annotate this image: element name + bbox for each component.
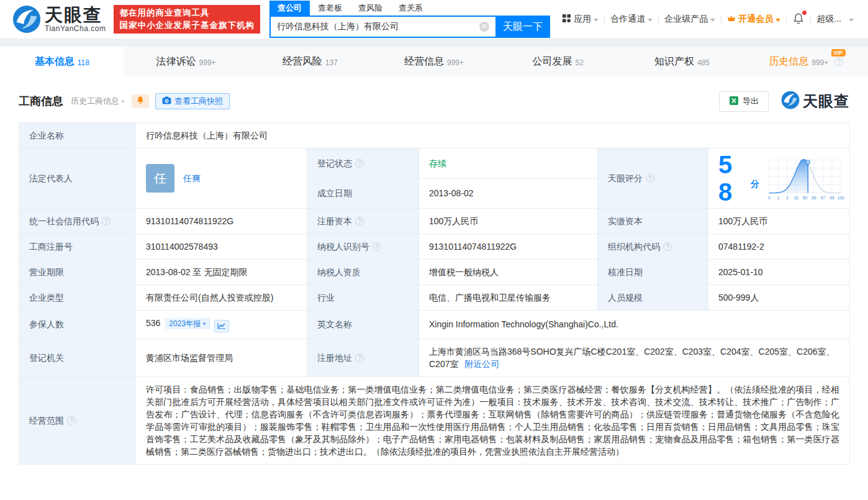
tab-company-development[interactable]: 公司发展 52 <box>496 47 620 76</box>
field-value-english-name: Xingin Information Technology(Shanghai)C… <box>419 311 850 339</box>
field-value-credit-code: 91310114074811922G <box>136 209 307 234</box>
field-label-taxpayer-no: 纳税人识别号 <box>307 234 419 260</box>
field-label-reg-status: 登记状态 <box>307 148 419 179</box>
label-text: 人员规模 <box>608 293 643 302</box>
nav-cooperation[interactable]: 合作通道 <box>605 14 658 25</box>
search-tab-company[interactable]: 查公司 <box>269 1 310 16</box>
tab-history-info[interactable]: VIP 历史信息 999+ <box>744 47 868 76</box>
field-label-taxpayer-qualification: 纳税人资质 <box>307 260 419 285</box>
field-label-company-type: 企业类型 <box>19 285 136 311</box>
tab-label: 知识产权 <box>654 55 694 68</box>
annual-report-badge[interactable]: 2023年报 <box>165 318 210 329</box>
field-label-business-scope: 经营范围 <box>19 376 136 464</box>
nav-open-vip[interactable]: 开通会员 <box>721 14 786 25</box>
tab-count: 52 <box>576 58 584 67</box>
history-business-info-link[interactable]: 历史工商信息 <box>71 96 124 107</box>
field-value-taxpayer-no: 91310114074811922G <box>419 234 598 260</box>
score-value: 58 <box>718 151 744 206</box>
help-icon[interactable] <box>646 174 654 183</box>
tab-label: 历史信息 <box>769 55 808 68</box>
insured-count: 536 <box>146 318 160 328</box>
search-tab-risk[interactable]: 查风险 <box>350 1 391 16</box>
table-row: 统一社会信用代码 91310114074811922G 注册资本 100万人民币… <box>19 209 850 234</box>
notification-bell[interactable] <box>787 12 810 27</box>
label-text: 统一社会信用代码 <box>29 216 99 226</box>
crown-icon <box>727 14 736 24</box>
help-icon[interactable] <box>355 159 364 168</box>
field-label-reg-address: 注册地址 <box>307 339 419 376</box>
label-text: 行业 <box>317 293 335 302</box>
help-icon[interactable] <box>102 217 111 225</box>
clear-search-icon[interactable] <box>479 22 489 32</box>
search-tab-boss[interactable]: 查老板 <box>310 1 350 16</box>
label-text: 注册资本 <box>317 216 352 226</box>
search-tab-relation[interactable]: 查关系 <box>391 1 431 16</box>
help-icon[interactable] <box>355 217 364 225</box>
field-label-reg-authority: 登记机关 <box>19 339 136 376</box>
legal-rep-link[interactable]: 任爽 <box>183 172 201 184</box>
tab-label: 基本信息 <box>35 55 75 68</box>
help-icon[interactable] <box>663 242 672 251</box>
nearby-companies-link[interactable]: 附近公司 <box>464 359 499 369</box>
export-button[interactable]: 导出 <box>719 91 769 112</box>
nav-enterprise[interactable]: 企业级产品 <box>659 14 721 25</box>
field-value-business-term: 2013-08-02 至 无固定期限 <box>136 260 307 285</box>
field-label-credit-code: 统一社会信用代码 <box>19 209 136 234</box>
chevron-down-icon <box>710 19 715 22</box>
label-text: 登记机关 <box>29 353 64 363</box>
value-text: 91310114074811922G <box>146 216 233 226</box>
tab-business-risk[interactable]: 经营风险 137 <box>248 47 372 76</box>
value-text: 电信、广播电视和卫星传输服务 <box>429 293 551 302</box>
nav-cooperation-label: 合作通道 <box>610 14 645 25</box>
nav-open-vip-label: 开通会员 <box>738 14 773 25</box>
help-icon[interactable] <box>373 242 381 251</box>
field-value-reg-no: 310114002578493 <box>136 234 307 260</box>
field-label-legal-rep: 法定代表人 <box>19 148 136 209</box>
tab-intellectual-property[interactable]: 知识产权 485 <box>620 47 744 76</box>
svg-text:97: 97 <box>821 196 826 200</box>
trend-chart-icon[interactable] <box>214 320 229 332</box>
help-icon[interactable] <box>67 416 76 425</box>
label-text: 成立日期 <box>317 188 352 198</box>
label-text: 实缴资本 <box>608 216 643 226</box>
section-watermark-text: 天眼查 <box>803 91 849 111</box>
value-text: 2013-08-02 <box>429 188 474 198</box>
score-distribution-chart: 0 1 3 15 50 85 97 99 100 <box>767 154 844 202</box>
promo-banner: 都在用的商业查询工具 国家中小企业发展子基金旗下机构 <box>114 5 260 34</box>
value-text: 310114002578493 <box>146 242 218 252</box>
tab-business-info[interactable]: 经营信息 999+ <box>372 47 496 76</box>
svg-text:100: 100 <box>838 196 844 200</box>
field-value-paid-capital: 100万人民币 <box>708 209 850 234</box>
field-value-business-scope: 许可项目：食品销售；出版物零售；基础电信业务；第一类增值电信业务；第二类增值电信… <box>136 376 850 464</box>
label-text: 纳税人识别号 <box>317 242 369 252</box>
field-label-reg-no: 工商注册号 <box>19 234 136 260</box>
company-name: 行吟信息科技（上海）有限公司 <box>146 130 268 140</box>
svg-text:50: 50 <box>803 196 808 200</box>
table-row: 企业名称 行吟信息科技（上海）有限公司 <box>19 123 850 148</box>
field-label-insured: 参保人数 <box>19 311 136 339</box>
value-text: 黄浦区市场监督管理局 <box>146 353 233 363</box>
tab-count: 999+ <box>199 58 216 67</box>
field-value-score: 58 分 <box>708 148 850 209</box>
search-button[interactable]: 天眼一下 <box>495 16 550 38</box>
subscribe-bell-button[interactable] <box>132 94 149 108</box>
nav-apps[interactable]: 应用 <box>556 14 604 25</box>
tianyancha-logo[interactable]: 天眼查 TianYanCha.com <box>12 5 106 34</box>
help-icon[interactable] <box>355 353 364 362</box>
tab-basic-info[interactable]: 基本信息 118 <box>0 47 124 76</box>
help-icon[interactable] <box>834 57 843 66</box>
nav-user-menu[interactable]: 超级... <box>811 14 859 25</box>
tianyancha-swirl-icon <box>12 5 41 34</box>
legal-rep-avatar[interactable]: 任 <box>146 164 174 193</box>
field-value-taxpayer-qualification: 增值税一般纳税人 <box>419 260 598 285</box>
apps-grid-icon <box>562 14 571 25</box>
svg-text:1: 1 <box>777 196 780 200</box>
nav-enterprise-label: 企业级产品 <box>664 14 708 25</box>
tab-legal-litigation[interactable]: 法律诉讼 999+ <box>124 47 248 76</box>
tab-count: 999+ <box>447 58 464 67</box>
field-value-reg-capital: 100万人民币 <box>419 209 598 234</box>
view-snapshot-button[interactable]: 查看工商快照 <box>155 93 230 109</box>
value-text: 100万人民币 <box>429 216 478 226</box>
value-text: 2013-08-02 至 无固定期限 <box>146 267 247 277</box>
search-input[interactable] <box>269 16 495 38</box>
